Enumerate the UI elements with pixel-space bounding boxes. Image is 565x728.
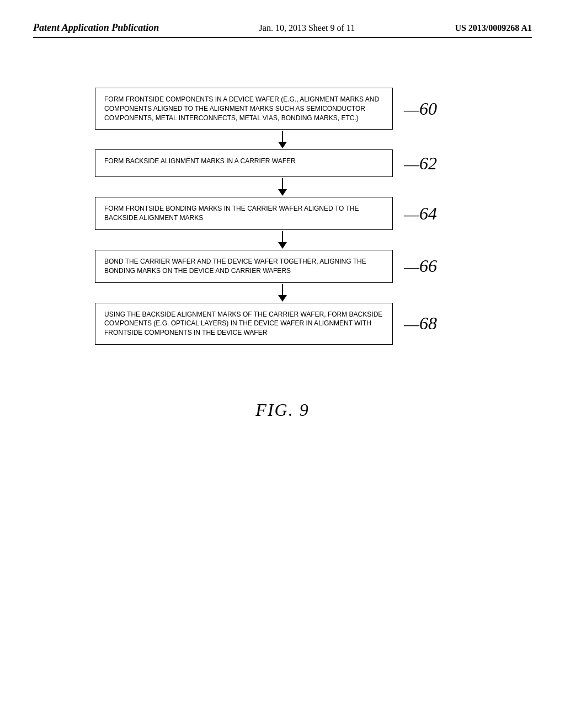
flow-step-64: FORM FRONTSIDE BONDING MARKS IN THE CARR… (95, 197, 470, 230)
flow-box-66-text: BOND THE CARRIER WAFER AND THE DEVICE WA… (104, 258, 366, 275)
arrow-line-4 (282, 284, 283, 295)
header-patent-number: US 2013/0009268 A1 (455, 23, 532, 33)
arrow-line-3 (282, 231, 283, 242)
flow-step-66: BOND THE CARRIER WAFER AND THE DEVICE WA… (95, 250, 470, 283)
flow-box-66: BOND THE CARRIER WAFER AND THE DEVICE WA… (95, 250, 393, 283)
flow-box-64: FORM FRONTSIDE BONDING MARKS IN THE CARR… (95, 197, 393, 230)
page-header: Patent Application Publication Jan. 10, … (33, 22, 532, 38)
flow-arrow-1 (134, 130, 431, 149)
arrow-down-1 (278, 131, 287, 148)
arrow-line-2 (282, 178, 283, 189)
flow-step-62: FORM BACKSIDE ALIGNMENT MARKS IN A CARRI… (95, 149, 470, 177)
header-publication-label: Patent Application Publication (33, 22, 159, 34)
flowchart: FORM FRONTSIDE COMPONENTS IN A DEVICE WA… (95, 88, 470, 345)
flow-box-64-text: FORM FRONTSIDE BONDING MARKS IN THE CARR… (104, 205, 359, 222)
arrow-head-2 (278, 189, 287, 196)
flow-step-68: USING THE BACKSIDE ALIGNMENT MARKS OF TH… (95, 303, 470, 345)
arrow-down-4 (278, 284, 287, 302)
page: Patent Application Publication Jan. 10, … (0, 0, 565, 728)
flow-step-60: FORM FRONTSIDE COMPONENTS IN A DEVICE WA… (95, 88, 470, 130)
flow-box-68: USING THE BACKSIDE ALIGNMENT MARKS OF TH… (95, 303, 393, 345)
flow-box-62: FORM BACKSIDE ALIGNMENT MARKS IN A CARRI… (95, 149, 393, 177)
arrow-down-2 (278, 178, 287, 196)
flow-arrow-4 (134, 283, 431, 303)
flow-label-68: —68 (404, 313, 437, 334)
flow-arrow-3 (134, 230, 431, 250)
flow-arrow-2 (134, 177, 431, 197)
figure-caption: FIG. 9 (255, 400, 309, 420)
flow-box-60: FORM FRONTSIDE COMPONENTS IN A DEVICE WA… (95, 88, 393, 130)
arrow-down-3 (278, 231, 287, 249)
arrow-head-1 (278, 142, 287, 148)
flow-box-68-text: USING THE BACKSIDE ALIGNMENT MARKS OF TH… (104, 311, 382, 337)
arrow-head-4 (278, 295, 287, 302)
arrow-line-1 (282, 131, 283, 142)
figure-caption-text: FIG. 9 (255, 400, 309, 420)
flow-box-60-text: FORM FRONTSIDE COMPONENTS IN A DEVICE WA… (104, 95, 379, 122)
flow-label-60: —60 (404, 99, 437, 119)
flow-label-62: —62 (404, 153, 437, 174)
flow-box-62-text: FORM BACKSIDE ALIGNMENT MARKS IN A CARRI… (104, 157, 296, 165)
flow-label-64: —64 (404, 204, 437, 224)
header-date-sheet: Jan. 10, 2013 Sheet 9 of 11 (259, 23, 355, 33)
main-content: FORM FRONTSIDE COMPONENTS IN A DEVICE WA… (33, 55, 532, 420)
arrow-head-3 (278, 242, 287, 249)
flow-label-66: —66 (404, 256, 437, 276)
